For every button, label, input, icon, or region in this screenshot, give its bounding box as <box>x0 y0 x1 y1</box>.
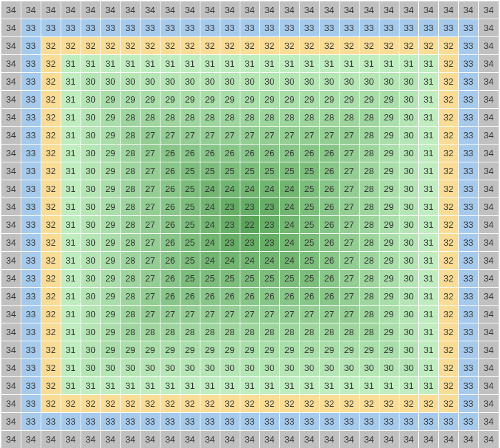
heatmap-cell: 33 <box>459 395 479 413</box>
heatmap-cell: 24 <box>220 180 240 198</box>
heatmap-cell: 30 <box>280 359 300 377</box>
heatmap-cell: 27 <box>340 145 360 162</box>
heatmap-cell: 33 <box>200 413 220 431</box>
heatmap-cell: 27 <box>180 127 200 145</box>
heatmap-cell: 26 <box>160 270 180 288</box>
heatmap-row: 3433323130292828282828282828282828282829… <box>1 109 499 127</box>
heatmap-cell: 32 <box>439 323 459 341</box>
heatmap-cell: 27 <box>140 288 160 306</box>
heatmap-cell: 26 <box>160 145 180 162</box>
heatmap-cell: 33 <box>459 234 479 252</box>
heatmap-cell: 34 <box>1 359 21 377</box>
heatmap-cell: 34 <box>1 270 21 288</box>
heatmap-cell: 32 <box>439 127 459 145</box>
heatmap-cell: 30 <box>399 270 419 288</box>
heatmap-cell: 31 <box>419 216 439 234</box>
heatmap-cell: 25 <box>300 234 320 252</box>
heatmap-cell: 26 <box>160 288 180 306</box>
heatmap-cell: 26 <box>260 288 280 306</box>
heatmap-cell: 29 <box>280 91 300 109</box>
heatmap-cell: 30 <box>399 162 419 180</box>
heatmap-cell: 33 <box>101 413 121 431</box>
heatmap-cell: 29 <box>180 91 200 109</box>
heatmap-cell: 26 <box>320 180 340 198</box>
heatmap-cell: 34 <box>479 145 499 162</box>
heatmap-cell: 29 <box>101 145 121 162</box>
heatmap-cell: 28 <box>121 288 140 306</box>
heatmap-cell: 33 <box>220 413 240 431</box>
heatmap-cell: 32 <box>240 395 260 413</box>
heatmap-cell: 29 <box>101 162 121 180</box>
heatmap-cell: 27 <box>140 270 160 288</box>
heatmap-cell: 32 <box>140 395 160 413</box>
heatmap-cell: 34 <box>479 288 499 306</box>
heatmap-cell: 33 <box>81 19 101 37</box>
heatmap-cell: 29 <box>101 323 121 341</box>
heatmap-cell: 25 <box>280 162 300 180</box>
heatmap-cell: 29 <box>379 216 399 234</box>
heatmap-cell: 29 <box>379 252 399 270</box>
heatmap-cell: 34 <box>360 1 379 19</box>
heatmap-cell: 32 <box>41 198 61 216</box>
heatmap-cell: 34 <box>479 55 499 73</box>
heatmap-cell: 32 <box>240 37 260 55</box>
heatmap-cell: 34 <box>360 431 379 448</box>
heatmap-cell: 31 <box>419 377 439 395</box>
heatmap-cell: 31 <box>419 73 439 91</box>
heatmap-cell: 27 <box>240 306 260 323</box>
heatmap-cell: 32 <box>439 109 459 127</box>
heatmap-cell: 29 <box>180 341 200 359</box>
heatmap-cell: 32 <box>61 395 81 413</box>
heatmap-cell: 27 <box>300 306 320 323</box>
heatmap-cell: 32 <box>419 395 439 413</box>
heatmap-cell: 30 <box>180 359 200 377</box>
heatmap-cell: 29 <box>360 341 379 359</box>
heatmap-cell: 28 <box>121 306 140 323</box>
heatmap-cell: 24 <box>200 252 220 270</box>
heatmap-cell: 27 <box>160 306 180 323</box>
heatmap-cell: 30 <box>379 359 399 377</box>
heatmap-cell: 34 <box>479 431 499 448</box>
heatmap-cell: 34 <box>1 109 21 127</box>
heatmap-cell: 25 <box>300 198 320 216</box>
heatmap-cell: 32 <box>220 395 240 413</box>
heatmap-cell: 30 <box>220 73 240 91</box>
heatmap-cell: 25 <box>180 198 200 216</box>
heatmap-cell: 32 <box>41 145 61 162</box>
heatmap-cell: 26 <box>160 252 180 270</box>
heatmap-cell: 31 <box>340 377 360 395</box>
heatmap-cell: 32 <box>200 37 220 55</box>
heatmap-cell: 26 <box>200 145 220 162</box>
heatmap-cell: 29 <box>340 341 360 359</box>
heatmap-cell: 34 <box>479 341 499 359</box>
heatmap-cell: 30 <box>81 162 101 180</box>
heatmap-cell: 30 <box>81 180 101 198</box>
heatmap-cell: 24 <box>280 216 300 234</box>
heatmap-cell: 22 <box>240 216 260 234</box>
heatmap-cell: 27 <box>340 180 360 198</box>
heatmap-cell: 33 <box>419 19 439 37</box>
heatmap-cell: 28 <box>360 109 379 127</box>
heatmap-cell: 30 <box>81 145 101 162</box>
heatmap-cell: 32 <box>41 341 61 359</box>
heatmap-cell: 33 <box>459 306 479 323</box>
heatmap-cell: 30 <box>140 359 160 377</box>
heatmap-cell: 34 <box>479 198 499 216</box>
heatmap-cell: 33 <box>21 395 41 413</box>
heatmap-cell: 32 <box>121 37 140 55</box>
heatmap-cell: 31 <box>419 55 439 73</box>
heatmap-cell: 29 <box>101 306 121 323</box>
heatmap-cell: 30 <box>81 341 101 359</box>
heatmap-cell: 31 <box>399 377 419 395</box>
heatmap-cell: 31 <box>399 55 419 73</box>
heatmap-cell: 33 <box>459 162 479 180</box>
heatmap-cell: 31 <box>200 55 220 73</box>
heatmap-cell: 32 <box>140 37 160 55</box>
heatmap-cell: 34 <box>479 270 499 288</box>
heatmap-row: 3433323131313131313131313131313131313131… <box>1 377 499 395</box>
heatmap-cell: 33 <box>459 19 479 37</box>
heatmap-cell: 34 <box>1 252 21 270</box>
heatmap-cell: 23 <box>240 234 260 252</box>
heatmap-cell: 28 <box>220 323 240 341</box>
heatmap-cell: 24 <box>280 234 300 252</box>
